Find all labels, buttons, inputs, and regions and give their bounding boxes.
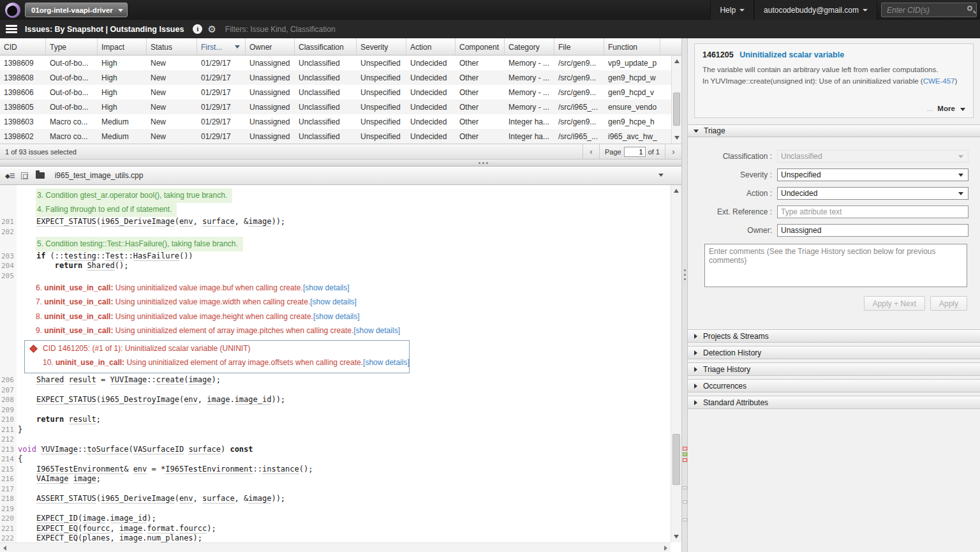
section-header-standard-attributes[interactable]: Standard Attributes [688,396,980,409]
code-line: 207 [0,385,671,396]
expand-icon[interactable] [21,172,28,179]
table-cell: Macro co... [46,129,98,144]
code-line: 205 [0,271,671,281]
next-page-button[interactable]: › [665,144,681,159]
column-header-category[interactable]: Category [505,38,554,55]
table-cell: Unclassified [295,70,357,85]
column-header-function[interactable]: Function [604,38,660,55]
classification-value: Unclassified [781,152,822,161]
vertical-splitter[interactable] [681,38,688,552]
column-header-type[interactable]: Type [46,38,98,55]
more-toggle[interactable]: ... More [927,105,965,112]
apply-next-button[interactable]: Apply + Next [864,296,925,311]
table-row[interactable]: 1398609Out-of-bo...HighNew01/29/17Unassi… [0,56,681,70]
event-line: 9. uninit_use_in_call: Using uninitializ… [0,324,671,339]
events-list-icon[interactable]: ◆☰ [5,172,15,179]
code-vertical-scrollbar[interactable] [671,185,681,542]
apply-button[interactable]: Apply [930,296,967,311]
table-cell: gen9_hcpd_v [604,85,660,100]
event-line: 5. Condition testing::Test::HasFailure()… [0,237,671,251]
column-header-file[interactable]: File [554,38,604,55]
horizontal-splitter[interactable] [0,159,681,167]
show-details-link[interactable]: show details [313,297,355,306]
column-header-status[interactable]: Status [147,38,197,55]
scroll-right-icon[interactable] [664,546,667,551]
column-header-classification[interactable]: Classification [295,38,357,55]
table-cell: Undecided [406,56,456,70]
code-line: 220 EXPECT_ID(image.image_id); [0,514,671,524]
table-cell: New [147,100,197,114]
show-details-link[interactable]: show details [356,326,398,335]
issues-table: CIDTypeImpactStatusFirst...OwnerClassifi… [0,38,681,144]
severity-select[interactable]: Unspecified [777,168,969,181]
table-row[interactable]: 1398608Out-of-bo...HighNew01/29/17Unassi… [0,70,681,85]
table-row[interactable]: 1398606Out-of-bo...HighNew01/29/17Unassi… [0,85,681,100]
show-details-link[interactable]: show details [305,283,347,292]
error-mark-icon [683,458,687,462]
scroll-up-icon[interactable] [674,189,679,193]
scrollbar-thumb[interactable] [672,434,680,485]
code-line: 217 [0,484,671,495]
cid-search [881,3,977,17]
code-horizontal-scrollbar[interactable] [0,542,671,552]
prev-page-button[interactable]: ‹ [583,144,599,159]
cid-banner: CID 1461205: (#1 of 1): Uninitialized sc… [43,344,250,354]
table-cell: Other [456,129,505,144]
scrollbar-thumb[interactable] [673,93,680,126]
table-cell: Unassigned [246,85,295,100]
section-header-occurrences[interactable]: Occurrences [688,379,980,392]
account-menu[interactable]: autocodebuddy@gmail.com [754,0,877,20]
column-header-action[interactable]: Action [406,38,456,55]
table-cell: /src/gen9... [554,70,604,85]
page-number-input[interactable] [624,147,646,157]
path-event: 5. Condition testing::Test::HasFailure()… [36,237,243,251]
table-cell: 01/29/17 [197,70,246,85]
column-header-component[interactable]: Component [456,38,505,55]
column-header-owner[interactable]: Owner [246,38,295,55]
triage-section-header[interactable]: Triage [688,124,980,137]
section-header-detection-history[interactable]: Detection History [688,346,980,359]
table-vertical-scrollbar[interactable] [671,56,681,144]
scroll-up-icon[interactable] [674,59,679,63]
error-event: 8. uninit_use_in_call: Using uninitializ… [36,310,360,324]
column-header-severity[interactable]: Severity [357,38,406,55]
cid-search-input[interactable] [881,3,977,17]
menu-icon[interactable] [6,24,17,35]
gear-icon[interactable]: ⚙ [207,24,216,34]
show-details-link[interactable]: show details [365,358,407,367]
checker-name-link[interactable]: Uninitialized scalar variable [739,50,844,59]
issue-location-suffix: ) [954,77,957,85]
show-details-link[interactable]: show details [315,312,357,321]
table-row[interactable]: 1398605Out-of-bo...HighNew01/29/17Unassi… [0,100,681,114]
table-row[interactable]: 1398602Macro co...MediumNew01/29/17Unass… [0,129,681,144]
severity-value: Unspecified [781,170,821,179]
scroll-mark-icon [683,486,687,489]
section-header-triage-history[interactable]: Triage History [688,362,980,376]
table-cell: vp9_update_p [604,56,660,70]
column-header-first[interactable]: First... [197,38,246,55]
table-row[interactable]: 1398603Macro co...MediumNew01/29/17Unass… [0,114,681,129]
table-cell: New [147,56,197,70]
column-header-cid[interactable]: CID [0,38,46,55]
section-header-projects-streams[interactable]: Projects & Streams [688,329,980,343]
classification-select[interactable]: Unclassified [777,150,969,163]
scroll-down-icon[interactable] [674,535,679,539]
coverity-logo-icon [5,3,20,18]
code-lines[interactable]: 3. Condition gtest_ar.operator bool(), t… [0,188,671,542]
cwe-link[interactable]: CWE-457 [923,77,955,85]
ext-reference-input[interactable] [777,205,969,218]
column-header-impact[interactable]: Impact [98,38,147,55]
info-icon[interactable]: i [193,24,202,34]
scroll-down-icon[interactable] [674,136,679,140]
help-menu[interactable]: Help [710,0,754,20]
action-select[interactable]: Undecided [777,187,969,200]
folder-icon[interactable] [36,172,45,179]
issue-location: In YUVImage::create(unsigned int): Use o… [702,77,965,85]
main-layout: CIDTypeImpactStatusFirst...OwnerClassifi… [0,38,980,552]
chevron-down-icon[interactable] [658,174,664,177]
search-icon[interactable] [967,6,972,11]
scroll-left-icon[interactable] [3,546,6,551]
comments-textarea[interactable] [704,244,967,287]
owner-input[interactable] [777,224,969,237]
project-selector[interactable]: 01org-intel-vaapi-driver [25,3,128,17]
